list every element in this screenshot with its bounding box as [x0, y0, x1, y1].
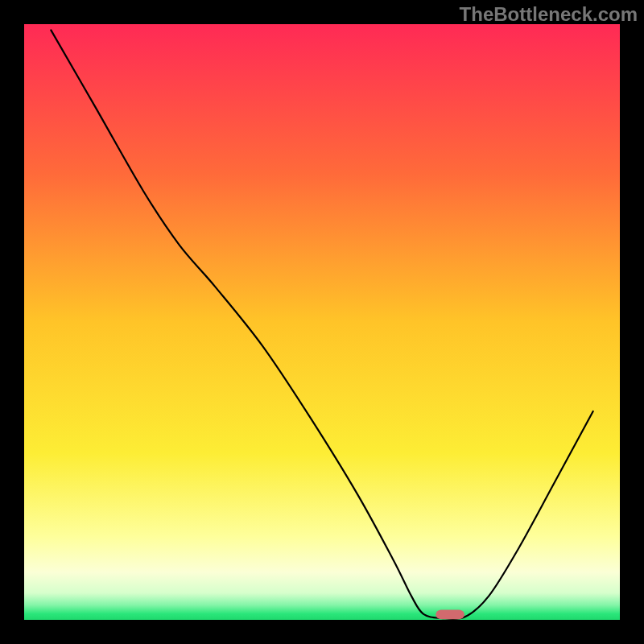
watermark-label: TheBottleneck.com: [460, 3, 638, 26]
optimum-marker: [436, 609, 464, 619]
chart-svg: [0, 0, 644, 644]
bottleneck-chart: TheBottleneck.com: [0, 0, 644, 644]
svg-rect-1: [24, 24, 620, 620]
